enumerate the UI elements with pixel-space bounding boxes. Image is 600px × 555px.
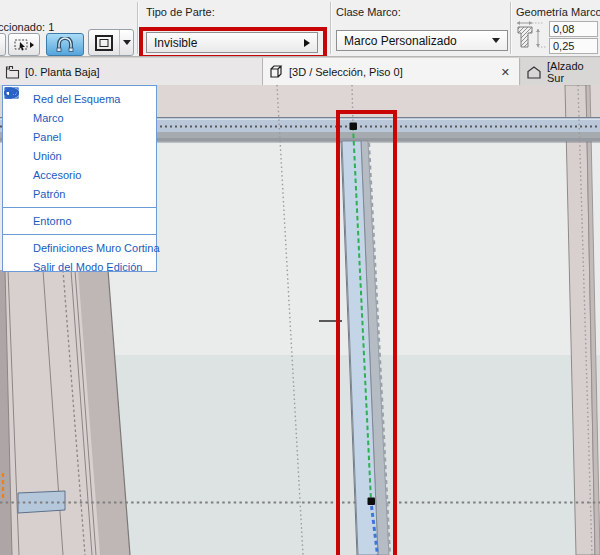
part-type-value: Invisible (147, 36, 304, 50)
tab-3d-seleccion[interactable]: [3D / Selección, Piso 0] ✕ (263, 58, 519, 86)
frame-geometry-label: Geometría Marco: (516, 6, 600, 18)
eye-open-icon[interactable] (10, 149, 27, 163)
part-type-label: Tipo de Parte: (146, 6, 215, 18)
menu-item-label: Marco (33, 112, 64, 124)
menu-item-marco[interactable]: Marco (3, 108, 156, 127)
options-toolbar: ccionado: 1 (0, 0, 600, 56)
curtain-wall-edit-menu: Red del Esquema Marco Panel Unión (2, 85, 157, 272)
menu-item-entorno[interactable]: Entorno (3, 211, 156, 230)
frame-width-field[interactable] (549, 21, 598, 37)
eye-open-icon[interactable] (10, 130, 27, 144)
3d-view-icon (268, 64, 284, 80)
partial-toolbar-button[interactable] (0, 33, 6, 56)
menu-item-red-del-esquema[interactable]: Red del Esquema (3, 89, 156, 108)
frame-display-button[interactable] (89, 30, 119, 55)
marquee-select-icon (14, 38, 35, 52)
magnet-button[interactable] (46, 33, 84, 56)
magnet-icon (55, 37, 75, 53)
menu-item-patron[interactable]: Patrón (3, 184, 156, 203)
eye-closed-icon[interactable] (10, 187, 27, 201)
menu-item-label: Accesorio (33, 169, 81, 181)
flyout-arrow-icon (304, 39, 310, 47)
selection-count-label: ccionado: 1 (0, 21, 54, 33)
toolbar-separator (330, 2, 332, 54)
archicad-window: ccionado: 1 (0, 0, 600, 555)
eye-open-icon[interactable] (10, 214, 27, 228)
left-wall[interactable] (0, 270, 130, 555)
part-type-dropdown[interactable]: Invisible (146, 32, 318, 53)
menu-item-panel[interactable]: Panel (3, 127, 156, 146)
menu-item-label: Panel (33, 131, 61, 143)
chevron-down-icon (492, 38, 500, 43)
menu-separator (3, 234, 156, 235)
menu-item-label: Entorno (33, 215, 72, 227)
frame-display-button-group (88, 29, 134, 56)
menu-item-label: Red del Esquema (33, 93, 120, 105)
menu-item-label: Definiciones Muro Cortina (33, 242, 160, 254)
chevron-down-icon (123, 40, 131, 45)
eye-open-icon[interactable] (10, 111, 27, 125)
frame-profile-icon (512, 19, 548, 59)
settings-table-icon (10, 241, 27, 255)
tab-label: [0. Planta Baja] (25, 66, 100, 78)
marquee-select-button[interactable] (8, 33, 40, 56)
tab-close-icon[interactable]: ✕ (501, 66, 510, 79)
view-tab-bar: [0. Planta Baja] [3D / Selección, Piso 0… (0, 56, 600, 85)
menu-item-union[interactable]: Unión (3, 146, 156, 165)
menu-item-definiciones-muro-cortina[interactable]: Definiciones Muro Cortina (3, 238, 156, 257)
frame-icon (94, 34, 114, 52)
tab-planta-baja[interactable]: [0. Planta Baja] (0, 58, 262, 86)
menu-item-label: Unión (33, 150, 62, 162)
floor-plan-icon (5, 65, 20, 80)
menu-separator (3, 207, 156, 208)
eye-open-icon[interactable] (10, 168, 27, 182)
menu-item-label: Salir del Modo Edición (33, 261, 142, 273)
frame-class-value: Marco Personalizado (337, 34, 492, 48)
tab-separator (519, 58, 520, 86)
tab-label: [3D / Selección, Piso 0] (289, 66, 403, 78)
frame-depth-field[interactable] (549, 38, 598, 54)
menu-item-accesorio[interactable]: Accesorio (3, 165, 156, 184)
frame-display-dropdown-arrow[interactable] (119, 30, 133, 55)
3d-viewport[interactable]: Red del Esquema Marco Panel Unión (0, 85, 600, 555)
frame-class-label: Clase Marco: (336, 6, 401, 18)
elevation-icon (526, 65, 542, 80)
tab-alzado-sur[interactable]: [Alzado Sur (521, 58, 600, 86)
mullion-highlight-box (336, 110, 397, 555)
menu-item-label: Patrón (33, 188, 65, 200)
menu-item-salir-modo-edicion[interactable]: Salir del Modo Edición (3, 257, 156, 276)
tab-label: [Alzado Sur (547, 60, 600, 84)
exit-icon (10, 260, 27, 274)
frame-class-dropdown[interactable]: Marco Personalizado (336, 30, 508, 51)
